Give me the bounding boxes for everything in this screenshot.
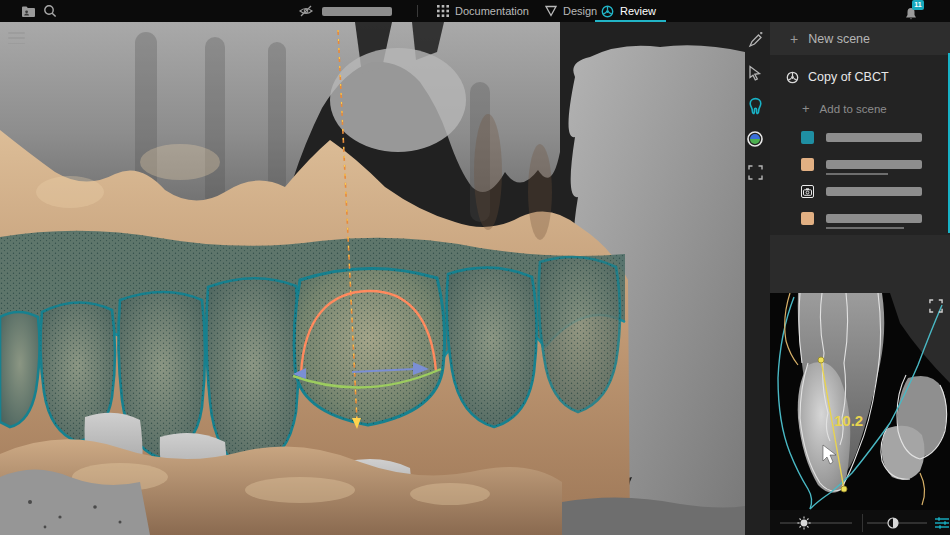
brightness-slider[interactable] [770, 510, 862, 535]
tool-column [740, 30, 770, 182]
layer-row-4[interactable] [770, 205, 950, 232]
viewport-menu-icon[interactable] [8, 32, 25, 44]
tab-documentation[interactable]: Documentation [437, 0, 529, 22]
slice-controls [770, 510, 950, 535]
grid-icon [437, 5, 449, 17]
cbct-slice-view[interactable]: 10.2 [770, 293, 950, 510]
camera-icon[interactable] [801, 185, 814, 198]
topbar-divider [417, 5, 418, 17]
tab-label: Documentation [455, 5, 529, 17]
layer-subline [826, 173, 888, 175]
tooth-tool[interactable] [745, 96, 765, 116]
add-to-scene-label: Add to scene [820, 103, 887, 115]
layer-color-swatch[interactable] [801, 131, 814, 144]
measurement-value: 10.2 [834, 412, 863, 429]
layer-list [770, 124, 950, 232]
contrast-slider[interactable] [863, 510, 933, 535]
layer-subline [826, 227, 904, 229]
cursor-icon [747, 65, 763, 81]
notifications-button[interactable]: 11 [903, 2, 923, 22]
expand-icon [929, 299, 943, 313]
patient-folder-icon[interactable] [21, 0, 36, 22]
cbct-slice-image: 10.2 [770, 293, 950, 510]
scene-item-copy-of-cbct[interactable]: Copy of CBCT [770, 62, 950, 92]
tab-review[interactable]: Review [601, 0, 656, 22]
expand-icon [748, 165, 763, 180]
scene-title: Copy of CBCT [808, 70, 889, 84]
slice-panel-header [770, 235, 950, 293]
select-tool[interactable] [745, 63, 765, 83]
3d-scene [0, 22, 770, 535]
scene-panel: + New scene Copy of CBCT + Add to scene [770, 22, 950, 535]
measurement-handle-top[interactable] [818, 357, 824, 363]
dental-review-app: Documentation Design Review 11 [0, 0, 950, 535]
plus-icon: + [790, 32, 798, 46]
pen-sparkle-icon [747, 32, 764, 49]
layer-name-redacted [826, 133, 922, 142]
wheel-icon [601, 5, 614, 18]
layer-color-swatch[interactable] [801, 212, 814, 225]
contrast-icon[interactable] [888, 518, 898, 528]
layer-color-swatch[interactable] [801, 158, 814, 171]
tooth-icon [747, 97, 764, 116]
notification-badge: 11 [912, 0, 924, 10]
search-icon[interactable] [43, 0, 57, 22]
sun-icon[interactable] [797, 516, 810, 529]
tab-label: Review [620, 5, 656, 17]
measurement-handle-bottom[interactable] [841, 486, 847, 492]
add-to-scene-button[interactable]: + Add to scene [770, 96, 950, 122]
new-scene-label: New scene [808, 32, 870, 46]
equalizer-icon[interactable] [934, 515, 950, 531]
redacted-patient-name [322, 0, 392, 22]
plus-icon: + [802, 102, 810, 116]
layer-name-redacted [826, 187, 922, 196]
nabla-icon [545, 5, 557, 17]
sphere-icon [746, 130, 764, 148]
layer-row-3[interactable] [770, 178, 950, 205]
layer-row-1[interactable] [770, 124, 950, 151]
eye-off-icon[interactable] [298, 0, 314, 22]
3d-viewport[interactable] [0, 22, 770, 535]
annotate-tool[interactable] [745, 30, 765, 50]
layer-row-2[interactable] [770, 151, 950, 178]
views-tool[interactable] [745, 129, 765, 149]
scene-wheel-icon [786, 71, 799, 84]
tab-design[interactable]: Design [545, 0, 597, 22]
layer-name-redacted [826, 160, 922, 169]
bone-dome [330, 48, 466, 152]
new-scene-button[interactable]: + New scene [770, 22, 950, 55]
fullscreen-tool[interactable] [745, 162, 765, 182]
slice-expand-button[interactable] [929, 299, 944, 314]
layer-name-redacted [826, 214, 922, 223]
tab-label: Design [563, 5, 597, 17]
top-bar: Documentation Design Review 11 [0, 0, 950, 22]
